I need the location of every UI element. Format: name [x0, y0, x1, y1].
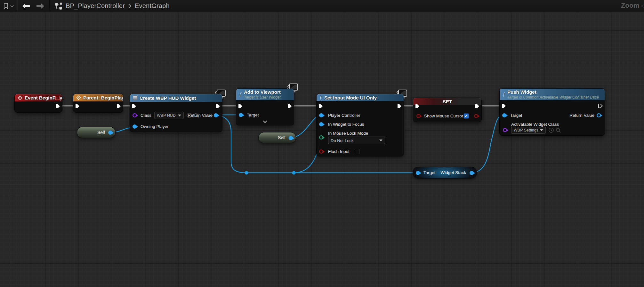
- exec-in-pin[interactable]: [75, 104, 80, 109]
- graph-toolbar: BP_PlayerController EventGraph Zoom -2: [0, 0, 644, 12]
- reset-to-default-icon[interactable]: [548, 127, 554, 133]
- graph-icon: [55, 2, 63, 10]
- bookmark-dropdown-icon[interactable]: [10, 5, 14, 7]
- flush-input-pin[interactable]: [319, 149, 323, 154]
- widget-class-icon: [133, 96, 137, 100]
- return-value-label: Return Value: [188, 113, 213, 118]
- class-pin[interactable]: [133, 113, 137, 117]
- activatable-widget-class-value: WBP Settings Sc: [514, 128, 538, 132]
- node-subtitle: Target is User Widget: [244, 95, 281, 100]
- target-label: Target: [510, 113, 522, 118]
- in-widget-to-focus-label: In Widget to Focus: [328, 122, 364, 127]
- function-icon: ƒ: [239, 92, 242, 97]
- show-mouse-cursor-in-pin[interactable]: [416, 114, 421, 118]
- node-push-widget[interactable]: ƒ Push Widget Target is Common Activatab…: [499, 88, 605, 136]
- wire-stack-to-push-target: [472, 115, 503, 172]
- forward-arrow-icon[interactable]: [36, 3, 45, 9]
- node-add-to-viewport[interactable]: ƒ Add to Viewport Target is User Widget …: [236, 88, 294, 125]
- wire-self-to-player-controller: [291, 115, 320, 138]
- node-title: Set Input Mode UI Only: [324, 95, 377, 100]
- exec-in-pin[interactable]: [318, 104, 323, 109]
- flush-input-label: Flush Input: [328, 149, 350, 154]
- exec-out-pin[interactable]: [397, 104, 402, 109]
- class-select-value: WBP HUD: [157, 113, 176, 118]
- widget-stack-label: Widget Stack: [440, 170, 466, 175]
- exec-in-pin[interactable]: [415, 104, 420, 109]
- activatable-widget-class-pin[interactable]: [503, 128, 507, 132]
- dropdown-caret-icon: [178, 115, 181, 116]
- exec-out-pin[interactable]: [287, 104, 292, 109]
- node-parent-beginplay[interactable]: Parent: BeginPlay: [73, 94, 123, 113]
- node-title: SET: [443, 99, 452, 104]
- in-widget-to-focus-pin[interactable]: [319, 122, 323, 126]
- exec-in-pin[interactable]: [501, 103, 506, 108]
- exec-out-pin[interactable]: [215, 104, 221, 109]
- exec-out-pin[interactable]: [55, 104, 60, 109]
- activatable-widget-class-dropdown[interactable]: WBP Settings Sc: [511, 127, 546, 134]
- node-subtitle: Target is Common Activatable Widget Cont…: [507, 95, 599, 100]
- expand-advanced-pins-icon[interactable]: [263, 119, 267, 124]
- node-title: Add to Viewport: [244, 89, 281, 95]
- exec-in-pin[interactable]: [132, 104, 137, 109]
- breadcrumb-graph[interactable]: EventGraph: [135, 2, 170, 10]
- reroute-dots: [245, 171, 296, 175]
- class-pin-label: Class: [141, 113, 151, 118]
- node-get-widget-stack[interactable]: Target Widget Stack: [413, 167, 477, 179]
- player-controller-label: Player Controller: [328, 113, 360, 118]
- exec-out-pin[interactable]: [598, 103, 603, 108]
- zoom-level-label: Zoom -2: [621, 2, 644, 9]
- target-pin[interactable]: [239, 113, 243, 117]
- function-icon: ƒ: [319, 95, 322, 100]
- breadcrumb-chevron-icon: [128, 4, 132, 9]
- widget-stack-pin[interactable]: [470, 171, 474, 175]
- bookmark-icon[interactable]: [3, 3, 9, 9]
- class-select-dropdown[interactable]: WBP HUD: [154, 112, 184, 119]
- exec-out-pin[interactable]: [116, 104, 121, 109]
- node-set-show-mouse-cursor[interactable]: SET Show Mouse Cursor ✓: [413, 98, 482, 122]
- self-pin[interactable]: [108, 131, 112, 135]
- back-arrow-icon[interactable]: [22, 3, 31, 9]
- mouse-lock-mode-dropdown[interactable]: Do Not Lock: [328, 137, 385, 144]
- flush-input-checkbox[interactable]: [354, 149, 359, 154]
- node-event-beginplay[interactable]: Event BeginPlay: [14, 94, 62, 113]
- target-pin[interactable]: [416, 171, 420, 175]
- target-pin[interactable]: [502, 113, 506, 117]
- reroute-dot[interactable]: [292, 171, 296, 175]
- node-set-input-mode-ui-only[interactable]: ƒ Set Input Mode UI Only Player Controll…: [316, 94, 404, 156]
- node-self-1[interactable]: Self: [77, 127, 116, 138]
- show-mouse-cursor-label: Show Mouse Cursor: [424, 114, 463, 118]
- show-mouse-cursor-checkbox[interactable]: ✓: [463, 113, 469, 119]
- target-label: Target: [247, 113, 259, 117]
- node-title: Create WBP HUD Widget: [140, 95, 196, 101]
- node-create-wbp-hud-widget[interactable]: Create WBP HUD Widget Class WBP HUD Retu…: [130, 94, 222, 132]
- breadcrumb: BP_PlayerController EventGraph: [66, 2, 170, 10]
- in-mouse-lock-mode-label: In Mouse Lock Mode: [328, 131, 368, 136]
- search-icon[interactable]: [555, 127, 561, 133]
- breadcrumb-blueprint[interactable]: BP_PlayerController: [66, 2, 125, 10]
- event-diamond-icon: [18, 95, 22, 100]
- owning-player-label: Owning Player: [141, 124, 169, 129]
- graph-canvas[interactable]: Event BeginPlay Parent: BeginPlay: [0, 12, 644, 287]
- event-enabled-indicator[interactable]: [55, 96, 60, 100]
- owning-player-pin[interactable]: [133, 124, 137, 129]
- dropdown-caret-icon: [379, 140, 382, 141]
- show-mouse-cursor-out-pin[interactable]: [474, 114, 478, 118]
- self-label: Self: [278, 135, 286, 140]
- node-self-2[interactable]: Self: [258, 132, 296, 143]
- reroute-dot[interactable]: [245, 171, 248, 175]
- target-label: Target: [423, 170, 436, 175]
- mouse-lock-mode-value: Do Not Lock: [331, 138, 354, 143]
- return-value-pin[interactable]: [597, 113, 601, 117]
- event-diamond-icon: [76, 95, 81, 100]
- blueprint-editor: BP_PlayerController EventGraph Zoom -2: [0, 0, 644, 287]
- self-pin[interactable]: [289, 136, 293, 140]
- node-title: Parent: BeginPlay: [83, 95, 123, 100]
- exec-in-pin[interactable]: [238, 104, 243, 109]
- return-value-label: Return Value: [569, 113, 594, 118]
- self-label: Self: [97, 130, 105, 135]
- activatable-widget-class-label: Activatable Widget Class: [511, 122, 559, 127]
- return-value-pin[interactable]: [214, 113, 218, 117]
- exec-out-pin[interactable]: [475, 104, 480, 109]
- player-controller-pin[interactable]: [319, 113, 323, 117]
- in-mouse-lock-mode-pin[interactable]: [319, 135, 323, 140]
